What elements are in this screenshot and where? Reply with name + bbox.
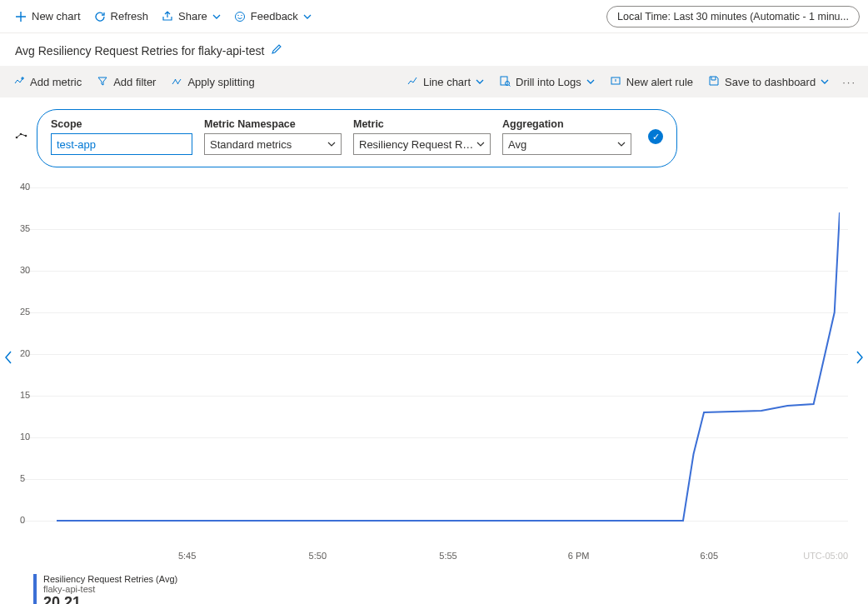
refresh-label: Refresh [111, 10, 149, 22]
new-alert-button[interactable]: New alert rule [603, 72, 700, 92]
add-filter-label: Add filter [113, 76, 156, 88]
svg-rect-3 [501, 77, 507, 85]
logs-icon [499, 75, 511, 87]
chart-area[interactable]: 0510152025303540 5:455:505:556 PM6:05 UT… [20, 187, 848, 546]
apply-splitting-label: Apply splitting [187, 76, 254, 88]
chevron-down-icon [586, 77, 595, 86]
chart-action-bar: Add metric Add filter Apply splitting Li… [0, 66, 868, 97]
add-metric-button[interactable]: Add metric [7, 72, 88, 92]
x-tick-label: 6 PM [568, 551, 590, 561]
refresh-button[interactable]: Refresh [87, 7, 156, 26]
aggregation-selector[interactable]: Avg [502, 133, 631, 155]
refresh-icon [94, 11, 106, 22]
metric-selector[interactable]: Resiliency Request Re... [353, 133, 491, 155]
chevron-down-icon [303, 12, 312, 21]
add-filter-button[interactable]: Add filter [90, 72, 162, 92]
save-dashboard-label: Save to dashboard [725, 76, 816, 88]
split-icon [171, 75, 182, 87]
share-button[interactable]: Share [155, 7, 227, 26]
feedback-button[interactable]: Feedback [227, 7, 318, 26]
share-icon [162, 11, 173, 22]
drill-logs-label: Drill into Logs [516, 76, 581, 88]
chevron-down-icon [821, 77, 829, 86]
scope-value: test-app [57, 138, 96, 151]
svg-point-1 [237, 14, 238, 15]
x-tick-label: 6:05 [701, 551, 718, 561]
y-tick-label: 20 [20, 348, 30, 358]
y-tick-label: 5 [20, 473, 25, 483]
x-tick-label: 5:50 [309, 551, 327, 561]
add-metric-label: Add metric [30, 76, 82, 88]
chart-legend[interactable]: Resiliency Request Retries (Avg) flaky-a… [33, 574, 848, 604]
metric-picker-pill: Scope test-app Metric Namespace Standard… [37, 109, 677, 167]
chevron-left-icon [3, 350, 13, 365]
legend-color-bar [33, 574, 37, 604]
metric-value: Resiliency Request Re... [359, 138, 476, 151]
legend-value: 20.21 [43, 594, 177, 604]
save-dashboard-button[interactable]: Save to dashboard [701, 72, 836, 92]
timezone-label: UTC-05:00 [803, 551, 848, 561]
svg-point-2 [241, 14, 242, 15]
x-tick-label: 5:55 [439, 551, 456, 561]
new-chart-button[interactable]: New chart [8, 7, 87, 26]
y-tick-label: 35 [20, 223, 30, 233]
chevron-down-icon [327, 140, 336, 148]
edit-title-button[interactable] [271, 43, 282, 57]
legend-resource-name: flaky-api-test [43, 584, 177, 594]
x-tick-label: 5:45 [178, 551, 196, 561]
drill-logs-button[interactable]: Drill into Logs [492, 72, 601, 92]
plus-icon [15, 11, 27, 22]
chevron-down-icon [476, 77, 484, 86]
next-chart-button[interactable] [855, 350, 865, 368]
line-chart-icon [407, 75, 418, 87]
scope-selector[interactable]: test-app [51, 133, 192, 155]
new-alert-label: New alert rule [626, 76, 693, 88]
namespace-label: Metric Namespace [204, 118, 342, 130]
y-tick-label: 25 [20, 307, 30, 317]
more-actions-button[interactable]: ··· [837, 76, 861, 88]
scope-label: Scope [51, 118, 192, 130]
pencil-icon [271, 43, 282, 55]
chevron-down-icon [617, 140, 626, 148]
y-tick-label: 40 [20, 182, 30, 192]
apply-splitting-button[interactable]: Apply splitting [164, 72, 261, 92]
aggregation-value: Avg [508, 138, 526, 151]
top-toolbar: New chart Refresh Share Feedback Local T… [0, 0, 868, 33]
series-line [57, 212, 840, 521]
save-icon [708, 75, 720, 87]
namespace-value: Standard metrics [210, 138, 292, 151]
y-tick-label: 0 [20, 515, 25, 525]
chevron-down-icon [476, 140, 485, 148]
y-tick-label: 30 [20, 265, 30, 275]
chart-title: Avg Resiliency Request Retries for flaky… [15, 44, 264, 57]
chevron-right-icon [855, 350, 865, 365]
smiley-icon [234, 11, 246, 22]
y-tick-label: 15 [20, 390, 30, 400]
line-chart-label: Line chart [423, 76, 471, 88]
chevron-down-icon [212, 12, 221, 21]
time-range-label: Local Time: Last 30 minutes (Automatic -… [617, 11, 849, 22]
prev-chart-button[interactable] [3, 350, 13, 368]
metric-label: Metric [353, 118, 491, 130]
chart-title-row: Avg Resiliency Request Retries for flaky… [0, 33, 868, 66]
aggregation-label: Aggregation [502, 118, 631, 130]
share-label: Share [178, 10, 207, 22]
time-range-pill[interactable]: Local Time: Last 30 minutes (Automatic -… [606, 6, 860, 27]
series-color-icon [15, 109, 28, 142]
filter-icon [97, 75, 108, 87]
feedback-label: Feedback [251, 10, 298, 22]
legend-series-name: Resiliency Request Retries (Avg) [43, 574, 177, 584]
new-chart-label: New chart [32, 10, 81, 22]
y-tick-label: 10 [20, 432, 30, 442]
svg-point-0 [235, 12, 244, 21]
add-metric-icon [13, 75, 25, 87]
namespace-selector[interactable]: Standard metrics [204, 133, 342, 155]
metric-picker-row: Scope test-app Metric Namespace Standard… [0, 97, 868, 171]
chart-plot [57, 187, 840, 524]
confirm-icon[interactable]: ✓ [648, 129, 663, 144]
line-chart-button[interactable]: Line chart [400, 72, 491, 92]
alert-icon [610, 75, 621, 87]
